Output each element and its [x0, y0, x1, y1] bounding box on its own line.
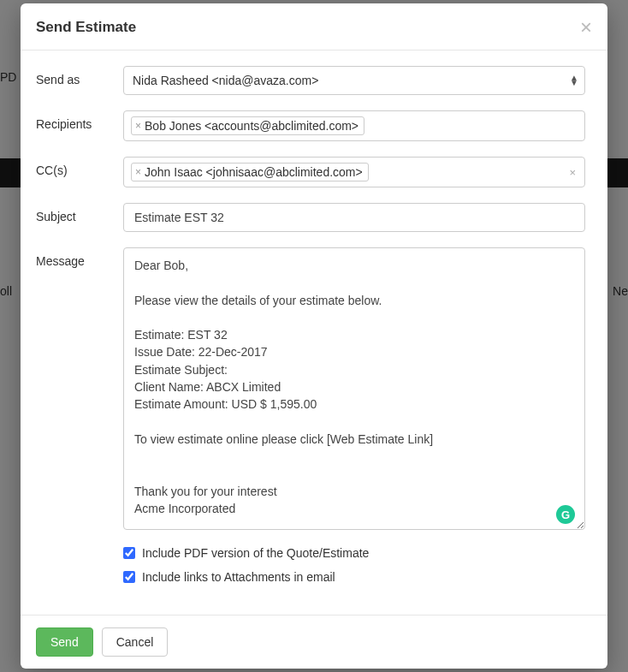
close-icon[interactable]: × — [580, 17, 592, 38]
label-send-as: Send as — [36, 66, 123, 86]
recipients-input[interactable]: × Bob Jones <accounts@abclimited.com> — [123, 110, 585, 141]
grammarly-icon[interactable]: G — [556, 505, 575, 524]
send-as-select[interactable]: Nida Rasheed <nida@avaza.com> — [123, 66, 585, 95]
recipient-tag[interactable]: × Bob Jones <accounts@abclimited.com> — [131, 116, 364, 135]
recipient-tag-label: Bob Jones <accounts@abclimited.com> — [145, 119, 358, 133]
include-links-row[interactable]: Include links to Attachments in email — [123, 570, 585, 584]
send-button[interactable]: Send — [36, 627, 93, 657]
row-message: Message G — [36, 247, 585, 532]
modal-body: Send as Nida Rasheed <nida@avaza.com> ▲▼… — [21, 51, 607, 615]
row-recipients: Recipients × Bob Jones <accounts@abclimi… — [36, 110, 585, 141]
include-pdf-checkbox[interactable] — [123, 547, 135, 559]
row-send-as: Send as Nida Rasheed <nida@avaza.com> ▲▼ — [36, 66, 585, 95]
label-recipients: Recipients — [36, 110, 123, 131]
include-links-label: Include links to Attachments in email — [142, 570, 335, 584]
remove-tag-icon[interactable]: × — [135, 120, 141, 132]
cc-tag[interactable]: × John Isaac <johnisaac@abclimited.com> — [131, 163, 369, 181]
cancel-button[interactable]: Cancel — [102, 627, 169, 657]
cc-tag-label: John Isaac <johnisaac@abclimited.com> — [145, 165, 363, 179]
label-ccs: CC(s) — [36, 157, 123, 177]
label-message: Message — [36, 247, 123, 268]
send-estimate-modal: Send Estimate × Send as Nida Rasheed <ni… — [21, 3, 607, 669]
row-subject: Subject — [36, 203, 585, 232]
remove-tag-icon[interactable]: × — [135, 166, 141, 178]
ccs-input[interactable]: × John Isaac <johnisaac@abclimited.com> … — [123, 157, 585, 187]
clear-ccs-icon[interactable]: × — [569, 166, 576, 179]
include-pdf-row[interactable]: Include PDF version of the Quote/Estimat… — [123, 546, 585, 560]
message-textarea[interactable] — [123, 247, 585, 530]
subject-input[interactable] — [123, 203, 585, 232]
modal-footer: Send Cancel — [21, 615, 607, 669]
include-links-checkbox[interactable] — [123, 571, 135, 583]
modal-title: Send Estimate — [36, 19, 136, 36]
modal-header: Send Estimate × — [21, 3, 607, 51]
include-pdf-label: Include PDF version of the Quote/Estimat… — [142, 546, 369, 560]
label-subject: Subject — [36, 203, 123, 223]
row-ccs: CC(s) × John Isaac <johnisaac@abclimited… — [36, 157, 585, 187]
